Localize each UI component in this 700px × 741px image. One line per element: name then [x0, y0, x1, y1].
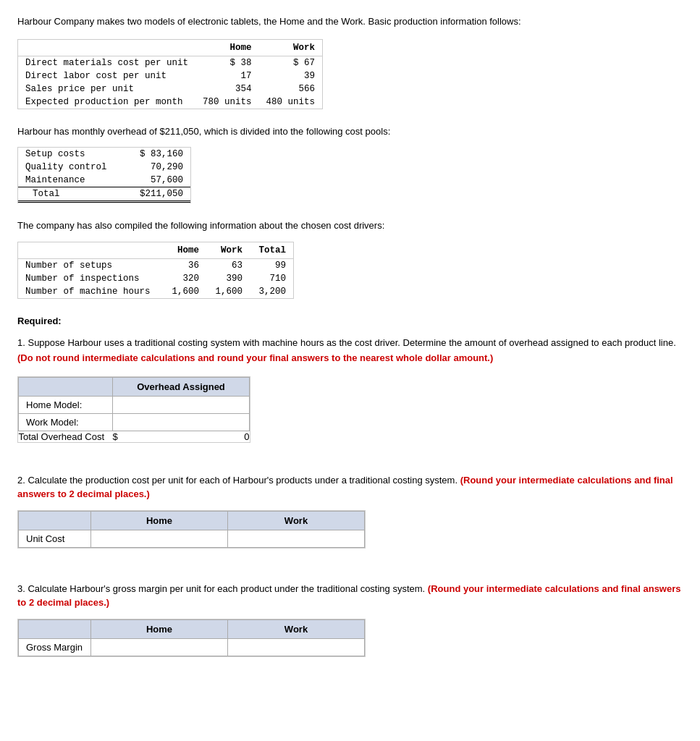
overhead-assigned-table: Overhead Assigned Home Model: Work Model…: [18, 377, 250, 442]
gross-margin-home-input[interactable]: [98, 642, 220, 653]
intro-text: Harbour Company makes two models of elec…: [17, 14, 683, 29]
cost-driver-row-work: 390: [206, 272, 250, 285]
cost-pools-table-wrap: Setup costs $ 83,160 Quality control 70,…: [17, 147, 191, 203]
basic-info-row: Expected production per month 780 units …: [18, 96, 322, 109]
gross-margin-home-cell[interactable]: [91, 638, 228, 656]
q3-section: 3. Calculate Harbour's gross margin per …: [17, 582, 683, 610]
basic-info-row-home: 780 units: [195, 96, 259, 109]
required-label: Required:: [17, 316, 62, 326]
basic-info-table-wrap: Home Work Direct materials cost per unit…: [17, 39, 323, 109]
gross-margin-header-work: Work: [228, 619, 365, 638]
basic-info-row-home: 354: [195, 82, 259, 96]
basic-info-row-work: 39: [259, 69, 323, 82]
overhead-total-value: 0: [244, 431, 249, 442]
unit-cost-work-input[interactable]: [235, 533, 357, 544]
cost-driver-row-label: Number of setups: [18, 258, 163, 272]
overhead-header-label: Overhead Assigned: [113, 377, 250, 396]
gross-margin-header-empty: [19, 619, 91, 638]
unit-cost-header-empty: [19, 511, 91, 530]
q3-number: 3.: [17, 583, 25, 594]
overhead-total-label: Total Overhead Cost: [19, 431, 113, 442]
basic-info-table: Home Work Direct materials cost per unit…: [18, 40, 322, 109]
unit-cost-row-label: Unit Cost: [19, 530, 91, 547]
overhead-row-input-cell[interactable]: [113, 413, 250, 431]
cost-pools-total-row: Total $211,050: [18, 187, 190, 202]
basic-info-row-label: Direct labor cost per unit: [18, 69, 195, 82]
overhead-row: Home Model:: [19, 396, 250, 413]
unit-cost-header-work: Work: [228, 511, 365, 530]
overhead-total-prefix: $: [113, 431, 118, 442]
q2-number: 2.: [17, 475, 25, 486]
overhead-row: Work Model:: [19, 413, 250, 431]
unit-cost-table: Home Work Unit Cost: [18, 511, 365, 548]
gross-margin-table: Home Work Gross Margin: [18, 619, 365, 656]
cost-drivers-table: Home Work Total Number of setups 36 63 9…: [18, 242, 293, 298]
basic-info-row-work: 566: [259, 82, 323, 96]
overhead-assigned-table-wrap: Overhead Assigned Home Model: Work Model…: [17, 376, 250, 443]
cost-driver-row-home: 36: [163, 258, 206, 272]
basic-info-row-home: 17: [195, 69, 259, 82]
cost-driver-row-label: Number of inspections: [18, 272, 163, 285]
cost-driver-row-work: 63: [206, 258, 250, 272]
q2-text1: Calculate the production cost per unit f…: [28, 475, 457, 486]
gross-margin-table-wrap: Home Work Gross Margin: [17, 619, 366, 657]
overhead-row-label: Work Model:: [19, 413, 113, 431]
cost-driver-row-label: Number of machine hours: [18, 285, 163, 298]
cost-pool-row: Quality control 70,290: [18, 161, 190, 174]
overhead-row-input-cell[interactable]: [113, 396, 250, 413]
basic-info-row-label: Expected production per month: [18, 96, 195, 109]
cost-pools-total-label: Total: [18, 187, 125, 202]
drivers-col-label: [18, 242, 163, 259]
basic-info-row-home: $ 38: [195, 56, 259, 69]
overhead-row-input[interactable]: [120, 399, 242, 410]
cost-pool-row: Setup costs $ 83,160: [18, 148, 190, 161]
cost-driver-row: Number of inspections 320 390 710: [18, 272, 293, 285]
overhead-row-label: Home Model:: [19, 396, 113, 413]
gross-margin-work-cell[interactable]: [228, 638, 365, 656]
cost-drivers-text: The company has also compiled the follow…: [17, 219, 683, 233]
q2-section: 2. Calculate the production cost per uni…: [17, 473, 683, 501]
basic-info-col-home: Home: [195, 40, 259, 56]
unit-cost-home-cell[interactable]: [91, 530, 228, 547]
drivers-col-total: Total: [250, 242, 293, 259]
basic-info-col-work: Work: [259, 40, 323, 56]
q1-text2-bold: (Do not round intermediate calculations …: [17, 352, 493, 363]
cost-pool-row-label: Quality control: [18, 161, 125, 174]
cost-driver-row: Number of setups 36 63 99: [18, 258, 293, 272]
cost-drivers-table-wrap: Home Work Total Number of setups 36 63 9…: [17, 242, 294, 299]
basic-info-row-work: 480 units: [259, 96, 323, 109]
cost-pools-total-value: $211,050: [125, 187, 190, 202]
q1-text1: Suppose Harbour uses a traditional costi…: [28, 337, 675, 348]
cost-pool-row-label: Setup costs: [18, 148, 125, 161]
gross-margin-header-home: Home: [91, 619, 228, 638]
cost-pool-row-label: Maintenance: [18, 174, 125, 187]
unit-cost-header-home: Home: [91, 511, 228, 530]
cost-pool-row-value: $ 83,160: [125, 148, 190, 161]
unit-cost-work-cell[interactable]: [228, 530, 365, 547]
gross-margin-work-input[interactable]: [235, 642, 357, 653]
cost-driver-row-work: 1,600: [206, 285, 250, 298]
required-section: Required: 1. Suppose Harbour uses a trad…: [17, 314, 683, 366]
cost-pool-row-value: 70,290: [125, 161, 190, 174]
cost-driver-row-total: 710: [250, 272, 293, 285]
unit-cost-row: Unit Cost: [19, 530, 365, 547]
overhead-row-input[interactable]: [120, 417, 242, 428]
overhead-text: Harbour has monthly overhead of $211,050…: [17, 124, 683, 139]
basic-info-row-label: Direct materials cost per unit: [18, 56, 195, 69]
basic-info-row-work: $ 67: [259, 56, 323, 69]
basic-info-row: Sales price per unit 354 566: [18, 82, 322, 96]
cost-pool-row-value: 57,600: [125, 174, 190, 187]
basic-info-row: Direct labor cost per unit 17 39: [18, 69, 322, 82]
cost-driver-row-home: 1,600: [163, 285, 206, 298]
gross-margin-row: Gross Margin: [19, 638, 365, 656]
unit-cost-home-input[interactable]: [98, 533, 220, 544]
q3-text1: Calculate Harbour's gross margin per uni…: [28, 583, 425, 594]
cost-pool-row: Maintenance 57,600: [18, 174, 190, 187]
unit-cost-table-wrap: Home Work Unit Cost: [17, 510, 366, 549]
overhead-total-value-cell: $ 0: [113, 431, 250, 442]
cost-driver-row: Number of machine hours 1,600 1,600 3,20…: [18, 285, 293, 298]
overhead-total-row: Total Overhead Cost $ 0: [19, 431, 250, 442]
gross-margin-row-label: Gross Margin: [19, 638, 91, 656]
drivers-col-work: Work: [206, 242, 250, 259]
cost-driver-row-home: 320: [163, 272, 206, 285]
